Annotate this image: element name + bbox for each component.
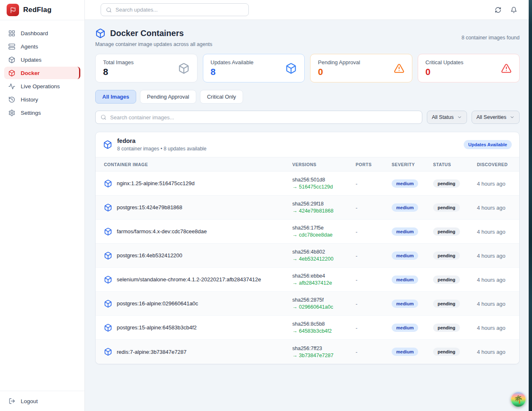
updates-available-badge: Updates Available: [464, 140, 512, 149]
sidebar-item[interactable]: Agents: [4, 40, 80, 53]
bell-icon[interactable]: [510, 7, 517, 13]
status-badge: pending: [433, 348, 460, 356]
flag-icon: [10, 7, 16, 13]
table-row[interactable]: postgres:15-alpine:64583b3cb4f2 sha256:8…: [96, 316, 519, 340]
app-window: RedFlag Dashboard Agents Updates: [0, 0, 529, 411]
severity-badge: medium: [392, 300, 418, 308]
container-image-name: postgres:15:424e79b81868: [117, 204, 182, 210]
sidebar-item[interactable]: Settings: [4, 106, 80, 119]
image-search[interactable]: [95, 111, 422, 124]
version-update: → cdc78cee8dae: [292, 232, 356, 238]
version-update: → 3b73847e7287: [292, 353, 356, 358]
sidebar-item[interactable]: History: [4, 93, 80, 106]
discovered-value: 4 hours ago: [477, 325, 506, 331]
sidebar-item[interactable]: Dashboard: [4, 27, 80, 39]
status-badge: pending: [433, 227, 460, 236]
topbar: [85, 0, 529, 20]
severity-filter-select[interactable]: All Severities: [472, 111, 520, 124]
filter-tabs: All Images Pending Approval Critical Onl…: [95, 90, 520, 104]
table-row[interactable]: postgres:16:4eb532412200 sha256:4b802 → …: [96, 244, 519, 268]
sidebar-item-label: Updates: [21, 57, 41, 63]
stat-cards: Total Images 8 Updates Available 8: [95, 54, 520, 82]
images-table-card: fedora 8 container images • 8 updates av…: [95, 132, 520, 364]
package-icon: [104, 324, 112, 332]
agents-icon: [8, 43, 15, 50]
stat-card: Critical Updates 0: [418, 54, 520, 82]
status-badge: pending: [433, 276, 460, 284]
global-search[interactable]: [101, 3, 249, 16]
ports-value: -: [356, 277, 357, 283]
sidebar-item[interactable]: Docker: [4, 67, 80, 79]
sidebar-item-label: Docker: [21, 70, 40, 76]
container-image-name: nginx:1.25-alpine:516475cc129d: [117, 180, 195, 186]
package-icon: [104, 203, 112, 212]
global-search-input[interactable]: [116, 7, 243, 13]
discovered-value: 4 hours ago: [477, 301, 506, 307]
package-icon: [104, 276, 112, 284]
discovered-value: 4 hours ago: [477, 253, 506, 259]
stat-value: 8: [211, 67, 254, 77]
status-filter-select[interactable]: All Status: [427, 111, 467, 124]
discovered-value: 4 hours ago: [477, 229, 506, 235]
filter-tab[interactable]: Critical Only: [200, 90, 243, 104]
stat-label: Updates Available: [211, 59, 254, 65]
discovered-value: 4 hours ago: [477, 277, 506, 283]
logout-button[interactable]: Logout: [0, 391, 84, 411]
search-icon: [101, 114, 106, 120]
version-current: sha256:4b802: [292, 249, 356, 255]
package-icon: [104, 251, 112, 260]
table-header-row: CONTAINER IMAGE VERSIONS PORTS SEVERITY …: [96, 157, 519, 172]
discovered-value: 4 hours ago: [477, 349, 506, 355]
severity-badge: medium: [392, 324, 418, 332]
stat-card: Pending Approval 0: [310, 54, 412, 82]
discovered-value: 4 hours ago: [477, 181, 506, 187]
page-subtitle: Manage container image updates across al…: [95, 41, 212, 47]
col-status: STATUS: [433, 162, 477, 167]
settings-icon: [8, 109, 15, 116]
filter-tab[interactable]: Pending Approval: [140, 90, 196, 104]
version-current: sha256:2875f: [292, 297, 356, 303]
container-image-name: postgres:15-alpine:64583b3cb4f2: [117, 324, 197, 331]
table-row[interactable]: postgres:16-alpine:029660641a0c sha256:2…: [96, 292, 519, 316]
chevron-down-icon: [457, 115, 462, 120]
image-group-header[interactable]: fedora 8 container images • 8 updates av…: [96, 132, 519, 157]
package-icon: [104, 348, 112, 356]
sidebar-item-label: Dashboard: [21, 30, 48, 36]
table-row[interactable]: farmos/farmos:4.x-dev:cdc78cee8dae sha25…: [96, 220, 519, 244]
table-row[interactable]: postgres:15:424e79b81868 sha256:29f18 → …: [96, 196, 519, 220]
image-search-input[interactable]: [110, 114, 417, 121]
refresh-icon[interactable]: [495, 7, 501, 13]
severity-badge: medium: [392, 348, 418, 356]
version-update: → 516475cc129d: [292, 184, 356, 190]
container-image-name: selenium/standalone-chrome:4.1.2-2022021…: [117, 276, 261, 283]
search-icon: [106, 7, 112, 13]
package-icon: [178, 63, 190, 74]
sidebar-item[interactable]: Updates: [4, 53, 80, 66]
stat-value: 0: [426, 67, 464, 77]
col-discovered: DISCOVERED: [477, 162, 511, 167]
sidebar-item[interactable]: Live Operations: [4, 80, 80, 92]
container-image-name: postgres:16-alpine:029660641a0c: [117, 300, 198, 307]
page-title: Docker Containers: [110, 29, 184, 38]
version-current: sha256:17f5e: [292, 225, 356, 231]
chevron-down-icon: [510, 115, 515, 120]
filter-tab[interactable]: All Images: [95, 90, 136, 104]
island-widget-button[interactable]: 🌴: [511, 392, 526, 407]
table-row[interactable]: redis:7-alpine:3b73847e7287 sha256:7ff23…: [96, 340, 519, 364]
version-update: → 4eb532412200: [292, 256, 356, 262]
brand-name: RedFlag: [23, 6, 51, 14]
brand: RedFlag: [0, 0, 84, 20]
version-current: sha256:7ff23: [292, 346, 356, 351]
filter-row: All Status All Severities: [95, 111, 520, 124]
history-icon: [8, 96, 15, 103]
package-icon: [104, 300, 112, 308]
stat-label: Pending Approval: [318, 59, 360, 65]
version-update: → afb28437412e: [292, 280, 356, 286]
version-update: → 424e79b81868: [292, 208, 356, 214]
result-count: 8 container images found: [462, 35, 520, 41]
severity-badge: medium: [392, 276, 418, 284]
ports-value: -: [356, 181, 357, 187]
table-row[interactable]: selenium/standalone-chrome:4.1.2-2022021…: [96, 268, 519, 292]
ports-value: -: [356, 229, 357, 235]
table-row[interactable]: nginx:1.25-alpine:516475cc129d sha256:50…: [96, 172, 519, 196]
